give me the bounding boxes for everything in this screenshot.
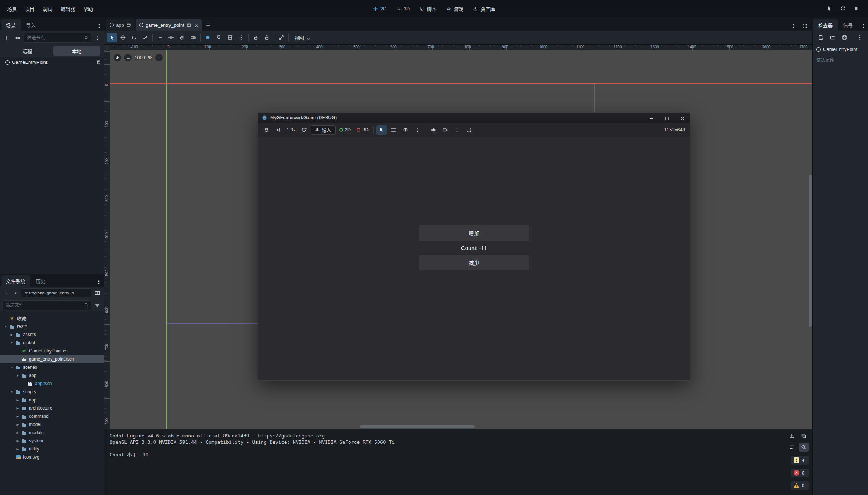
horizontal-scrollbar[interactable] [360, 425, 475, 428]
workspace-assetlib[interactable]: 资产库 [468, 0, 500, 17]
time-scale-label[interactable]: 1.0x [285, 127, 297, 133]
copy-log-button[interactable] [799, 432, 809, 440]
expand-arrow-icon[interactable] [10, 366, 14, 369]
scene-tree-root-node[interactable]: GameEntryPoint [0, 57, 104, 67]
filter-nodes-box[interactable] [24, 33, 91, 43]
current-path-box[interactable] [21, 288, 91, 297]
fs-item-gameentrypoint-cs[interactable]: GameEntryPoint.cs [0, 347, 104, 355]
select-options-button[interactable] [412, 125, 422, 135]
show-grid-button[interactable] [225, 33, 235, 42]
next-frame-button[interactable] [273, 125, 284, 135]
input-mode-toggle[interactable]: 输入 [311, 125, 336, 135]
expand-arrow-icon[interactable] [16, 415, 20, 418]
fs-item-architecture[interactable]: architecture [0, 404, 104, 412]
tab-filesystem[interactable]: 文件系统 [1, 275, 30, 287]
ruler-tool-button[interactable] [188, 33, 198, 42]
toggle-visibility-button[interactable] [400, 125, 411, 135]
rotate-tool-button[interactable] [129, 33, 139, 42]
view-menu-button[interactable]: 视图 [291, 33, 314, 42]
tab-import-dock[interactable]: 导入 [21, 19, 41, 31]
game-fullscreen-button[interactable] [464, 125, 474, 135]
fs-item-scripts-app[interactable]: app [0, 396, 104, 404]
fs-item-scenes[interactable]: scenes [0, 363, 104, 371]
collapse-duplicates-button[interactable] [787, 443, 797, 452]
instance-scene-button[interactable] [13, 33, 23, 43]
history-back-button[interactable] [2, 288, 10, 298]
pause-game-button[interactable] [851, 4, 861, 13]
canvas-2d[interactable]: 100.0 % MyGFrameworkGame (DEBUG) [110, 50, 812, 429]
menu-scene[interactable]: 场景 [3, 0, 21, 17]
tab-scene-dock[interactable]: 场景 [1, 19, 21, 31]
message-count-badge[interactable]: 4 [791, 456, 809, 465]
search-log-button[interactable] [799, 443, 809, 452]
add-node-button[interactable] [1, 33, 12, 43]
history-forward-button[interactable] [12, 288, 19, 298]
file-sort-button[interactable] [93, 300, 102, 310]
fs-item-command[interactable]: command [0, 412, 104, 420]
menu-editor[interactable]: 编辑器 [56, 0, 79, 17]
fs-item-global[interactable]: global [0, 339, 104, 347]
filesystem-menu-button[interactable] [94, 277, 104, 287]
fs-item-icon-svg[interactable]: icon.svg [0, 453, 104, 461]
tab-signals[interactable]: 信号 [838, 19, 858, 31]
tab-history[interactable]: 历史 [30, 275, 51, 287]
game-select-mode-button[interactable] [376, 125, 387, 135]
fs-item-model[interactable]: model [0, 420, 104, 429]
new-resource-button[interactable] [816, 33, 826, 42]
fs-item-res[interactable]: res:// [0, 322, 104, 330]
scene-tab-game-entry-point[interactable]: game_entry_point [136, 19, 202, 31]
workspace-game[interactable]: 游戏 [441, 0, 468, 17]
smart-snap-button[interactable] [203, 33, 213, 42]
filter-properties-field[interactable]: 筛选属性 [813, 55, 868, 65]
grid-snap-button[interactable] [214, 33, 224, 42]
expand-arrow-icon[interactable] [16, 447, 20, 451]
tab-inspector[interactable]: 检查器 [813, 19, 838, 31]
left-dock-menu-button[interactable] [94, 21, 104, 31]
close-tab-icon[interactable] [194, 23, 198, 27]
workspace-script[interactable]: 脚本 [415, 0, 441, 17]
mute-audio-button[interactable] [428, 125, 438, 135]
fs-item-utility[interactable]: utility [0, 445, 104, 453]
zoom-out-button[interactable] [124, 54, 132, 61]
game-window-titlebar[interactable]: MyGFrameworkGame (DEBUG) [258, 113, 690, 123]
reset-speed-button[interactable] [299, 125, 309, 135]
expand-arrow-icon[interactable] [16, 439, 20, 443]
fs-item-favorites[interactable]: 收藏: [0, 314, 104, 322]
expand-arrow-icon[interactable] [16, 431, 20, 434]
local-button[interactable]: 本地 [53, 46, 100, 56]
menu-project[interactable]: 项目 [21, 0, 39, 17]
mode-2d-toggle[interactable]: 2D [337, 127, 353, 133]
maximize-button[interactable] [658, 113, 674, 123]
filter-nodes-input[interactable] [26, 35, 84, 41]
zoom-level[interactable]: 100.0 % [135, 55, 152, 61]
snap-options-button[interactable] [236, 33, 246, 42]
fs-item-scripts[interactable]: scripts [0, 388, 104, 396]
node-type-filter-button[interactable] [388, 125, 399, 135]
skeleton-options-button[interactable] [276, 33, 286, 42]
expand-arrow-icon[interactable] [16, 423, 20, 426]
select-tool-button[interactable] [107, 33, 117, 42]
current-path-input[interactable] [24, 290, 88, 296]
filter-files-input[interactable] [5, 302, 84, 308]
save-log-button[interactable] [787, 432, 797, 440]
workspace-2d[interactable]: 2D [368, 0, 392, 17]
inspector-menu-button[interactable] [855, 33, 865, 42]
restart-game-button[interactable] [838, 4, 848, 13]
move-tool-button[interactable] [118, 33, 128, 42]
minimize-button[interactable] [643, 113, 658, 123]
list-select-button[interactable] [155, 33, 165, 42]
filter-files-box[interactable] [2, 300, 91, 310]
save-resource-button[interactable] [839, 33, 850, 42]
new-scene-tab-button[interactable] [203, 19, 213, 31]
scene-tab-list-button[interactable] [788, 21, 799, 31]
toggle-split-mode-button[interactable] [93, 288, 102, 298]
unlock-node-button[interactable] [262, 33, 272, 42]
zoom-in-button[interactable] [155, 54, 163, 61]
expand-arrow-icon[interactable] [10, 341, 14, 345]
fs-item-module[interactable]: module [0, 429, 104, 437]
menu-help[interactable]: 帮助 [79, 0, 97, 17]
pan-tool-button[interactable] [177, 33, 187, 42]
expand-arrow-icon[interactable] [16, 374, 20, 377]
expand-arrow-icon[interactable] [4, 325, 8, 328]
fs-item-scenes-app[interactable]: app [0, 371, 104, 380]
